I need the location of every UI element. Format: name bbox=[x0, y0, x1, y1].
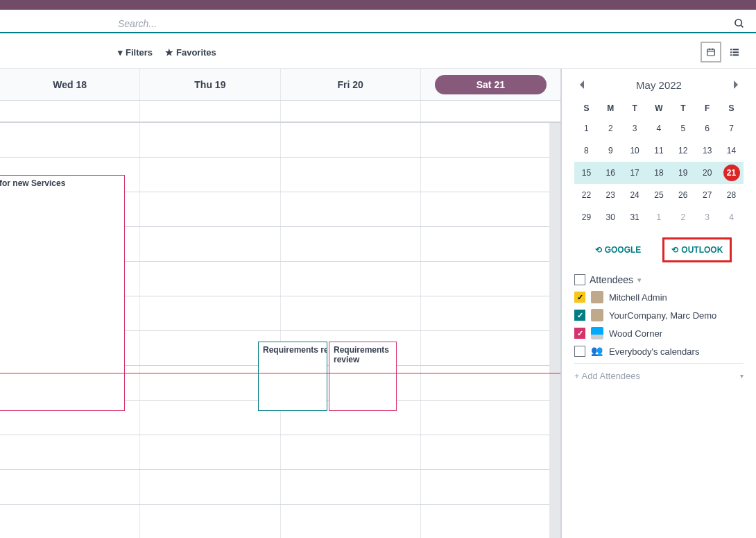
add-attendees-input[interactable]: + Add Attendees ▾ bbox=[574, 363, 744, 381]
time-cell[interactable] bbox=[421, 123, 560, 157]
time-cell[interactable] bbox=[281, 123, 421, 157]
event-requirements-2[interactable]: Requirements review bbox=[329, 342, 397, 411]
mini-cal-day[interactable]: 29 bbox=[574, 206, 599, 228]
search-input[interactable] bbox=[118, 15, 734, 32]
day-header[interactable]: Thu 19 bbox=[140, 69, 280, 100]
mini-cal-day[interactable]: 26 bbox=[671, 184, 695, 206]
time-cell[interactable] bbox=[140, 470, 280, 504]
time-cell[interactable] bbox=[140, 192, 280, 226]
time-cell[interactable] bbox=[421, 470, 560, 504]
event-requirements-1[interactable]: Requirements rev bbox=[258, 342, 327, 411]
allday-cell[interactable] bbox=[421, 101, 560, 121]
time-cell[interactable] bbox=[281, 435, 421, 469]
attendee-checkbox[interactable]: ✓ bbox=[574, 328, 585, 339]
time-cell[interactable] bbox=[281, 470, 421, 504]
mini-cal-day[interactable]: 19 bbox=[671, 162, 695, 184]
mini-cal-day[interactable]: 13 bbox=[695, 140, 719, 162]
favorites-button[interactable]: ★ Favorites bbox=[165, 47, 216, 58]
time-cell[interactable] bbox=[281, 192, 421, 226]
day-header[interactable]: Wed 18 bbox=[0, 69, 140, 100]
allday-cell[interactable] bbox=[140, 101, 280, 121]
sync-outlook-button[interactable]: ⟲ OUTLOOK bbox=[664, 239, 730, 260]
selected-day-pill: Sat 21 bbox=[435, 75, 547, 94]
mini-cal-day[interactable]: 17 bbox=[623, 162, 647, 184]
time-grid[interactable]: ation for new Services Requirements rev … bbox=[0, 123, 560, 538]
mini-cal-day[interactable]: 16 bbox=[599, 162, 623, 184]
mini-cal-day[interactable]: 8 bbox=[574, 140, 599, 162]
sync-google-button[interactable]: ⟲ GOOGLE bbox=[588, 239, 648, 260]
time-cell[interactable] bbox=[281, 227, 421, 261]
time-cell[interactable] bbox=[421, 505, 560, 538]
time-cell[interactable] bbox=[281, 262, 421, 296]
mini-cal-day[interactable]: 31 bbox=[623, 206, 647, 228]
time-cell[interactable] bbox=[0, 435, 140, 469]
filters-button[interactable]: ▾ Filters bbox=[118, 47, 153, 58]
time-cell[interactable] bbox=[0, 123, 140, 157]
search-icon[interactable] bbox=[734, 18, 745, 29]
time-cell[interactable] bbox=[140, 296, 280, 330]
mini-cal-day[interactable]: 27 bbox=[695, 184, 719, 206]
time-cell[interactable] bbox=[421, 192, 560, 226]
scrollbar[interactable] bbox=[549, 123, 560, 538]
mini-cal-day[interactable]: 10 bbox=[623, 140, 647, 162]
calendar-view-button[interactable] bbox=[701, 42, 721, 62]
time-cell[interactable] bbox=[421, 366, 560, 400]
time-cell[interactable] bbox=[140, 435, 280, 469]
attendee-checkbox[interactable]: ✓ bbox=[574, 310, 585, 321]
time-cell[interactable] bbox=[281, 296, 421, 330]
time-cell[interactable] bbox=[140, 158, 280, 192]
mini-cal-day[interactable]: 7 bbox=[719, 117, 744, 140]
time-cell[interactable] bbox=[281, 158, 421, 192]
time-cell[interactable] bbox=[421, 435, 560, 469]
time-cell[interactable] bbox=[421, 401, 560, 435]
event-services[interactable]: ation for new Services bbox=[0, 175, 125, 411]
time-cell[interactable] bbox=[421, 262, 560, 296]
mini-cal-day[interactable]: 12 bbox=[671, 140, 695, 162]
next-month-button[interactable] bbox=[730, 77, 742, 92]
time-cell[interactable] bbox=[140, 262, 280, 296]
time-cell[interactable] bbox=[140, 123, 280, 157]
mini-cal-day[interactable]: 9 bbox=[599, 140, 623, 162]
mini-cal-day[interactable]: 1 bbox=[647, 206, 671, 228]
allday-cell[interactable] bbox=[0, 101, 140, 121]
mini-cal-day[interactable]: 2 bbox=[671, 206, 695, 228]
time-cell[interactable] bbox=[140, 505, 280, 538]
mini-cal-day[interactable]: 20 bbox=[695, 162, 719, 184]
day-header[interactable]: Sat 21 bbox=[421, 69, 560, 100]
time-cell[interactable] bbox=[0, 505, 140, 538]
mini-cal-day[interactable]: 1 bbox=[574, 117, 599, 140]
mini-cal-day[interactable]: 11 bbox=[647, 140, 671, 162]
mini-cal-day[interactable]: 5 bbox=[671, 117, 695, 140]
attendee-checkbox[interactable]: ✓ bbox=[574, 292, 585, 303]
mini-cal-day[interactable]: 4 bbox=[719, 206, 744, 228]
time-cell[interactable] bbox=[421, 158, 560, 192]
attendees-master-checkbox[interactable] bbox=[574, 274, 585, 285]
time-cell[interactable] bbox=[421, 331, 560, 365]
time-cell[interactable] bbox=[421, 296, 560, 330]
mini-cal-day[interactable]: 2 bbox=[599, 117, 623, 140]
day-header[interactable]: Fri 20 bbox=[281, 69, 421, 100]
mini-cal-day[interactable]: 24 bbox=[623, 184, 647, 206]
mini-cal-day[interactable]: 30 bbox=[599, 206, 623, 228]
mini-cal-day[interactable]: 15 bbox=[574, 162, 599, 184]
prev-month-button[interactable] bbox=[576, 77, 588, 92]
mini-cal-day[interactable]: 21 bbox=[719, 162, 744, 184]
chevron-down-icon[interactable]: ▾ bbox=[637, 276, 642, 285]
time-cell[interactable] bbox=[140, 227, 280, 261]
mini-cal-day[interactable]: 6 bbox=[695, 117, 719, 140]
mini-cal-day[interactable]: 4 bbox=[647, 117, 671, 140]
time-cell[interactable] bbox=[421, 227, 560, 261]
mini-cal-day[interactable]: 22 bbox=[574, 184, 599, 206]
mini-cal-day[interactable]: 23 bbox=[599, 184, 623, 206]
mini-cal-day[interactable]: 25 bbox=[647, 184, 671, 206]
allday-cell[interactable] bbox=[281, 101, 421, 121]
mini-cal-day[interactable]: 14 bbox=[719, 140, 744, 162]
mini-cal-day[interactable]: 3 bbox=[623, 117, 647, 140]
time-cell[interactable] bbox=[0, 470, 140, 504]
mini-cal-day[interactable]: 3 bbox=[695, 206, 719, 228]
mini-cal-day[interactable]: 18 bbox=[647, 162, 671, 184]
list-view-button[interactable] bbox=[724, 42, 745, 62]
attendee-checkbox[interactable] bbox=[574, 346, 585, 357]
mini-cal-day[interactable]: 28 bbox=[719, 184, 744, 206]
time-cell[interactable] bbox=[281, 505, 421, 538]
